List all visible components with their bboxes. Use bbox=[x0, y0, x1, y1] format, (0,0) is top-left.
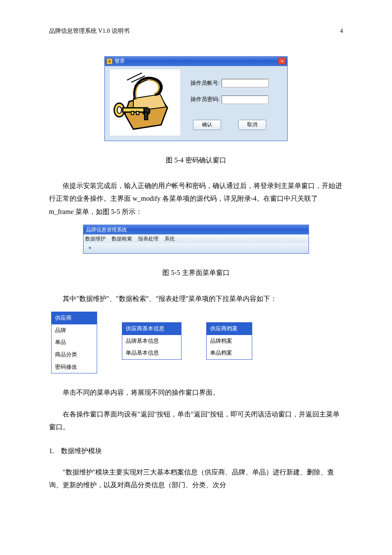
section-title: 数据维护模块 bbox=[61, 447, 102, 454]
login-form: 操作员帐号: 操作员密码: 确认 取消 bbox=[180, 69, 282, 136]
ok-button[interactable]: 确认 bbox=[193, 120, 221, 130]
svg-point-6 bbox=[117, 107, 121, 113]
page-number: 4 bbox=[340, 26, 343, 37]
paragraph-3: 单击不同的菜单内容，将展现不同的操作窗口界面。 bbox=[49, 386, 343, 399]
page-header: 品牌信息管理系统 V1.0 说明书 4 bbox=[49, 26, 343, 37]
dropdown-item-category[interactable]: 商品分类 bbox=[52, 349, 97, 361]
login-buttons: 确认 取消 bbox=[187, 120, 282, 130]
password-label: 操作员密码: bbox=[187, 94, 220, 105]
login-artwork bbox=[110, 69, 180, 136]
figure-menubar: 品牌信息管理系统 数据维护 数据检索 报表处理 系统 × bbox=[49, 225, 343, 254]
section-number: 1. bbox=[49, 445, 59, 457]
toolbar-close-icon[interactable]: × bbox=[86, 244, 94, 252]
dropdown-wrap-3: 供应商档案 品牌档案 单品档案 bbox=[206, 322, 252, 373]
caption-5-5: 图 5-5 主界面菜单窗口 bbox=[49, 266, 343, 279]
account-input[interactable] bbox=[222, 79, 268, 87]
menubar-menu: 数据维护 数据检索 报表处理 系统 bbox=[84, 234, 308, 243]
paragraph-2: 其中"数据维护"、"数据检索"、"报表处理"菜单项的下拉菜单内容如下： bbox=[49, 292, 343, 305]
menu-item-data-maintain[interactable]: 数据维护 bbox=[85, 234, 106, 244]
cancel-button[interactable]: 取消 bbox=[238, 120, 266, 130]
dropdown-data-search: 供应商基本信息 品牌基本信息 单品基本信息 bbox=[122, 322, 182, 360]
login-titlebar-icon bbox=[107, 58, 112, 64]
dropdown-item-brand[interactable]: 品牌 bbox=[52, 324, 97, 337]
caption-5-4: 图 5-4 密码确认窗口 bbox=[49, 154, 343, 167]
paragraph-5: "数据维护"模块主要实现对三大基本档案信息（供应商、品牌、单品）进行新建、删除、… bbox=[49, 466, 343, 492]
dropdown-item-supplier-info[interactable]: 供应商基本信息 bbox=[122, 323, 181, 335]
login-titlebar: 登录 × bbox=[105, 57, 287, 66]
menu-item-data-search[interactable]: 数据检索 bbox=[112, 234, 132, 244]
menu-item-report[interactable]: 报表处理 bbox=[138, 234, 159, 244]
figure-dropdowns: 供应商 品牌 单品 商品分类 密码修改 供应商基本信息 品牌基本信息 单品基本信… bbox=[51, 312, 343, 373]
dropdown-item-brand-file[interactable]: 品牌档案 bbox=[207, 335, 252, 347]
svg-rect-8 bbox=[131, 111, 134, 115]
dropdown-item-brand-info[interactable]: 品牌基本信息 bbox=[122, 335, 181, 347]
doc-title: 品牌信息管理系统 V1.0 说明书 bbox=[49, 26, 130, 37]
password-input[interactable] bbox=[222, 95, 268, 104]
menu-item-system[interactable]: 系统 bbox=[164, 234, 175, 244]
login-title-text: 登录 bbox=[115, 56, 125, 66]
login-body: 操作员帐号: 操作员密码: 确认 取消 bbox=[105, 66, 287, 141]
dropdown-item-single[interactable]: 单品 bbox=[52, 336, 97, 349]
dropdown-item-supplier[interactable]: 供应商 bbox=[52, 312, 97, 324]
figure-login: 登录 × bbox=[49, 56, 343, 141]
dropdown-wrap-2: 供应商基本信息 品牌基本信息 单品基本信息 bbox=[122, 322, 182, 373]
account-label: 操作员帐号: bbox=[187, 78, 220, 89]
svg-rect-4 bbox=[144, 112, 148, 120]
paragraph-1: 依提示安装完成后，输入正确的用户帐号和密码，确认通过后，将登录到主菜单窗口，开始… bbox=[49, 179, 343, 218]
dropdown-report: 供应商档案 品牌档案 单品档案 bbox=[206, 322, 252, 360]
password-row: 操作员密码: bbox=[187, 94, 282, 105]
close-icon[interactable]: × bbox=[278, 58, 286, 64]
dropdown-item-single-file[interactable]: 单品档案 bbox=[207, 347, 252, 359]
svg-rect-9 bbox=[136, 111, 139, 115]
dropdown-data-maintain: 供应商 品牌 单品 商品分类 密码修改 bbox=[51, 312, 97, 373]
dropdown-item-single-info[interactable]: 单品基本信息 bbox=[122, 347, 181, 359]
menubar-window: 品牌信息管理系统 数据维护 数据检索 报表处理 系统 × bbox=[83, 225, 309, 254]
dropdown-item-password[interactable]: 密码修改 bbox=[52, 361, 97, 373]
dropdown-item-supplier-file[interactable]: 供应商档案 bbox=[207, 323, 252, 335]
menubar-toolbar: × bbox=[84, 243, 308, 253]
paragraph-4: 在各操作窗口界面均设有"返回"按钮，单击"返回"按钮，即可关闭该活动窗口，并返回… bbox=[49, 408, 343, 434]
menubar-title: 品牌信息管理系统 bbox=[84, 225, 308, 234]
section-1-heading: 1. 数据维护模块 bbox=[49, 445, 343, 457]
account-row: 操作员帐号: bbox=[187, 78, 282, 89]
login-dialog: 登录 × bbox=[104, 56, 288, 141]
